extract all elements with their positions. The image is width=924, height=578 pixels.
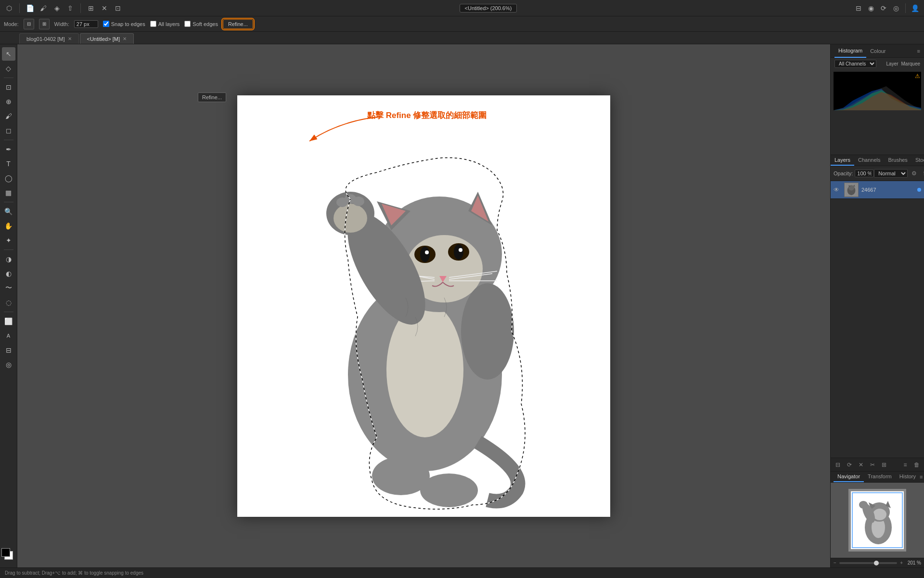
user-icon[interactable]: 👤 (910, 3, 920, 13)
shape-tool[interactable]: ◯ (2, 171, 15, 185)
app-icon[interactable]: ⬡ (4, 3, 14, 13)
blur-tool[interactable]: ◌ (2, 296, 15, 309)
marquee-tab-btn[interactable]: Marquee (901, 61, 920, 66)
panel-menu-icon[interactable]: ≡ (917, 48, 920, 54)
mode-btn2[interactable]: ⊞ (39, 19, 50, 29)
gradient-tool[interactable]: ▦ (2, 186, 15, 199)
smudge-tool[interactable]: 〜 (2, 281, 15, 295)
pen-tool[interactable]: ✒ (2, 143, 15, 156)
nav-menu-icon[interactable]: ≡ (920, 474, 923, 480)
adjust-icon[interactable]: ◈ (51, 3, 62, 13)
view-icon2[interactable]: ◉ (866, 3, 876, 13)
rect-tool[interactable]: ⬜ (2, 315, 15, 328)
opacity-input[interactable] (855, 170, 874, 177)
tool-icon3[interactable]: ⊡ (113, 3, 123, 13)
right-panel: Histogram Colour ≡ All Channels Layer Ma… (830, 44, 924, 567)
brush-icon[interactable]: 🖌 (38, 3, 49, 13)
nav-preview (831, 483, 924, 558)
table-tool[interactable]: ⊟ (2, 343, 15, 357)
tab-untitled[interactable]: <Untitled> [M] ✕ (80, 33, 134, 44)
opacity-label: Opacity: (834, 171, 853, 176)
mode-btn1[interactable]: ⊟ (24, 19, 34, 29)
layers-options-row: Opacity: Normal ⚙ fx (831, 166, 924, 181)
transform-tab[interactable]: Transform (864, 472, 896, 482)
top-toolbar: ⬡ 📄 🖌 ◈ ⇧ ⊞ ✕ ⊡ <Untitled> (200.6%) ⊟ ◉ … (0, 0, 924, 16)
svg-point-47 (859, 501, 868, 509)
mask-icon[interactable]: ✂ (867, 460, 878, 470)
separator2 (80, 3, 81, 13)
selection-brush[interactable]: ⊕ (2, 95, 15, 108)
tool-sep4 (4, 250, 13, 250)
nav-tab-row: Navigator Transform History ≡ (831, 472, 924, 483)
hand-tool[interactable]: ✋ (2, 219, 15, 233)
navigator-tab[interactable]: Navigator (834, 472, 864, 482)
type-tool[interactable]: A (2, 329, 15, 342)
colour-tab[interactable]: Colour (866, 44, 889, 58)
histogram-controls: All Channels Layer Marquee (831, 58, 924, 70)
width-input[interactable] (74, 20, 98, 28)
text-tool[interactable]: T (2, 157, 15, 171)
tab-blog[interactable]: blog01-0402 [M] ✕ (19, 33, 79, 44)
view-icon4[interactable]: ◎ (891, 3, 901, 13)
zoom-in-icon[interactable]: + (900, 560, 903, 565)
node-tool[interactable]: ◇ (2, 62, 15, 75)
burn-tool[interactable]: ◐ (2, 267, 15, 280)
arrange-icon[interactable]: ≡ (900, 460, 911, 470)
zoom-slider[interactable] (839, 562, 897, 564)
symbols-tool[interactable]: ◎ (2, 358, 15, 371)
eyedropper-tool[interactable]: ✦ (2, 234, 15, 247)
tool-icon2[interactable]: ✕ (99, 3, 110, 13)
group-icon[interactable]: ⊞ (879, 460, 889, 470)
layer-tab-btn[interactable]: Layer (886, 61, 898, 66)
zoom-tool[interactable]: 🔍 (2, 205, 15, 218)
view-icon1[interactable]: ⊟ (853, 3, 864, 13)
color-swatches[interactable] (1, 548, 16, 563)
tab-untitled-close[interactable]: ✕ (123, 36, 127, 41)
history-tab[interactable]: History (896, 472, 920, 482)
refine-button[interactable]: Refine... (223, 19, 253, 29)
eraser-tool[interactable]: ◻ (2, 124, 15, 137)
snap-checkbox[interactable]: Snap to edges (103, 21, 145, 27)
file-icon[interactable]: 📄 (25, 3, 35, 13)
add-adjustment-icon[interactable]: ⟳ (844, 460, 855, 470)
channels-tab[interactable]: Channels (854, 155, 884, 166)
layers-tab[interactable]: Layers (831, 155, 854, 166)
main-area: ↖ ◇ ⊡ ⊕ 🖌 ◻ ✒ T ◯ ▦ 🔍 ✋ ✦ ◑ ◐ 〜 ◌ ⬜ A ⊟ … (0, 44, 924, 567)
tool-sep1 (4, 78, 13, 78)
svg-point-11 (425, 250, 429, 254)
delete-layer-icon[interactable]: 🗑 (911, 460, 922, 470)
channel-select[interactable]: All Channels (834, 60, 876, 68)
add-pixel-icon[interactable]: ⊟ (833, 460, 843, 470)
dodge-tool[interactable]: ◑ (2, 252, 15, 266)
zoom-thumb[interactable] (874, 561, 879, 565)
histogram-tab[interactable]: Histogram (834, 44, 866, 58)
all-layers-checkbox[interactable]: All layers (150, 21, 180, 27)
export-icon[interactable]: ⇧ (65, 3, 76, 13)
soft-edges-checkbox[interactable]: Soft edges (184, 21, 218, 27)
stock-tab[interactable]: Stock (911, 155, 924, 166)
layer-item[interactable]: 👁 24667 (831, 181, 924, 199)
tool-sep5 (4, 312, 13, 312)
foreground-color[interactable] (1, 548, 10, 557)
layer-settings-icon[interactable]: ⚙ (909, 168, 919, 179)
tool-icon1[interactable]: ⊞ (86, 3, 96, 13)
histogram-header: Histogram Colour ≡ (831, 44, 924, 58)
crop-tool[interactable]: ⊡ (2, 80, 15, 94)
blend-mode-select[interactable]: Normal (874, 169, 908, 178)
layer-visibility-icon[interactable]: 👁 (834, 186, 841, 193)
brushes-tab[interactable]: Brushes (885, 155, 911, 166)
layers-panel: Layers Channels Brushes Stock ≡ Opacity:… (831, 155, 924, 471)
layer-thumbnail (844, 183, 859, 197)
svg-point-10 (420, 247, 430, 262)
add-fx-icon[interactable]: ✕ (856, 460, 866, 470)
paint-brush[interactable]: 🖌 (2, 109, 15, 123)
view-icon3[interactable]: ⟳ (878, 3, 889, 13)
mode-label: Mode: (4, 21, 19, 27)
options-bar: Mode: ⊟ ⊞ Width: Snap to edges All layer… (0, 16, 924, 32)
move-tool[interactable]: ↖ (2, 47, 15, 61)
tab-blog-close[interactable]: ✕ (68, 36, 72, 41)
layer-fx-icon[interactable]: fx (920, 168, 924, 179)
zoom-out-icon[interactable]: − (834, 560, 836, 565)
canvas-area[interactable]: 點擊 Refine 修整選取的細部範圍 Refine... (17, 44, 830, 567)
snap-label: Snap to edges (111, 21, 145, 27)
